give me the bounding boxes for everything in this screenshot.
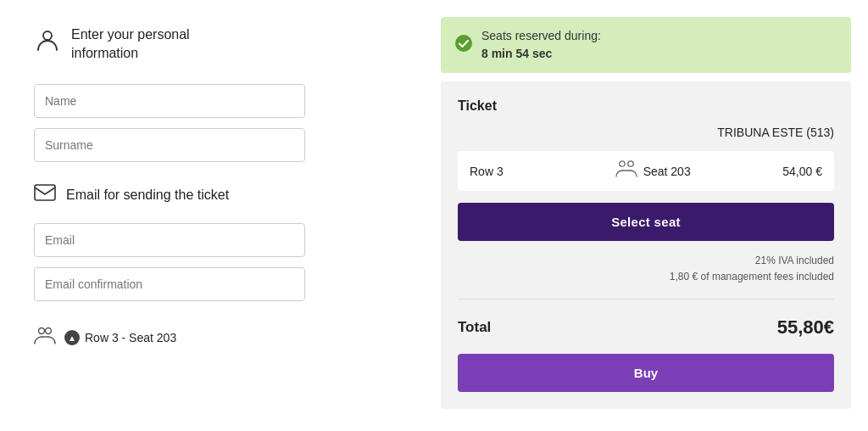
email-confirmation-input[interactable]	[34, 267, 305, 301]
left-panel: Enter your personal information Email fo…	[0, 0, 432, 431]
total-amount: 55,80€	[777, 316, 834, 339]
seat-label: ▲ Row 3 - Seat 203	[64, 330, 176, 345]
svg-rect-1	[35, 185, 55, 200]
personal-input-group	[34, 84, 398, 162]
divider	[458, 299, 834, 299]
svg-point-6	[627, 161, 632, 166]
surname-input[interactable]	[34, 128, 305, 162]
ticket-seat-icon	[609, 160, 643, 182]
ticket-section-name: TRIBUNA ESTE (513)	[458, 126, 834, 139]
seat-people-icon	[34, 327, 56, 350]
svg-point-5	[619, 161, 624, 166]
seat-row-label: Row 3 - Seat 203	[85, 331, 176, 344]
checkmark-icon	[454, 34, 473, 57]
ticket-row-card: Row 3 Seat 203 54,00 €	[458, 151, 834, 191]
expand-seat-icon[interactable]: ▲	[64, 330, 80, 345]
email-icon	[34, 184, 56, 206]
svg-point-0	[43, 31, 52, 40]
email-section-header: Email for sending the ticket	[34, 184, 398, 206]
svg-point-4	[455, 35, 472, 52]
buy-button[interactable]: Buy	[458, 354, 834, 392]
ticket-box: Ticket TRIBUNA ESTE (513) Row 3 Seat 203…	[441, 81, 851, 409]
person-icon	[34, 27, 61, 60]
ticket-seat-text: Seat 203	[643, 165, 783, 178]
personal-info-header: Enter your personal information	[34, 25, 398, 64]
reservation-text: Seats reserved during: 8 min 54 sec	[481, 27, 601, 63]
fees-text: 21% IVA included 1,80 € of management fe…	[458, 253, 834, 285]
email-input-group	[34, 223, 398, 301]
svg-point-2	[39, 327, 45, 333]
right-panel: Seats reserved during: 8 min 54 sec Tick…	[432, 0, 868, 431]
personal-info-label: Enter your personal information	[71, 25, 190, 64]
select-seat-button[interactable]: Select seat	[458, 203, 834, 241]
ticket-label: Ticket	[458, 98, 834, 114]
email-section-label: Email for sending the ticket	[66, 188, 229, 203]
name-input[interactable]	[34, 84, 305, 118]
ticket-row-text: Row 3	[470, 165, 609, 178]
total-row: Total 55,80€	[458, 313, 834, 342]
total-label: Total	[458, 319, 491, 336]
email-input[interactable]	[34, 223, 305, 257]
svg-point-3	[46, 327, 52, 333]
ticket-price: 54,00 €	[782, 165, 822, 178]
reservation-banner: Seats reserved during: 8 min 54 sec	[441, 17, 851, 73]
seat-info-bar: ▲ Row 3 - Seat 203	[34, 327, 398, 350]
